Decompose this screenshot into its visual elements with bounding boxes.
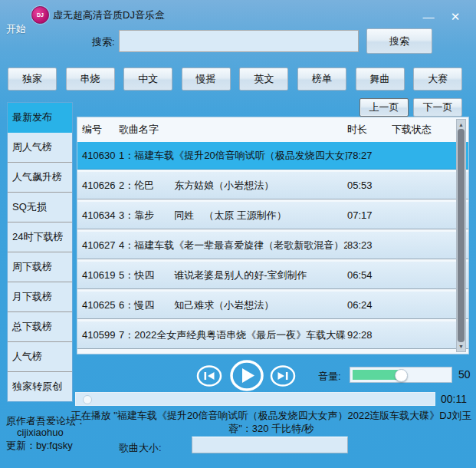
sidebar-item-4[interactable]: SQ无损 bbox=[8, 193, 72, 222]
sidebar-item-1[interactable]: 最新发布 bbox=[8, 103, 72, 133]
cell-name: 6：慢四 知己难求（小岩想法） bbox=[119, 298, 347, 312]
volume-fill bbox=[353, 370, 400, 380]
previous-track-button[interactable] bbox=[196, 365, 222, 387]
credit-forum-id: cijixiaohuo bbox=[17, 427, 64, 438]
table-row[interactable]: 4106256：慢四 知己难求（小岩想法）06:24 bbox=[77, 292, 468, 319]
table-row[interactable]: 4106262：伦巴 东方姑娘（小岩想法）05:53 bbox=[77, 172, 468, 199]
table-scrollbar[interactable]: ▲ ▼ bbox=[456, 119, 466, 352]
cell-name: 2：伦巴 东方姑娘（小岩想法） bbox=[119, 179, 347, 193]
cell-id: 410630 bbox=[77, 150, 119, 161]
cell-dur: 78:27 bbox=[347, 150, 387, 161]
table-row[interactable]: 4105997：2022全女声经典粤语串烧《最后一夜》车载大碟92:28 bbox=[77, 321, 468, 349]
category-button-4[interactable]: 慢摇 bbox=[182, 68, 231, 91]
next-track-button[interactable] bbox=[270, 365, 296, 387]
prev-page-button[interactable]: 上一页 bbox=[359, 98, 409, 117]
start-label: 开始 bbox=[6, 22, 26, 36]
minimize-button[interactable]: — bbox=[419, 9, 438, 25]
elapsed-time: 00:11 bbox=[441, 393, 467, 405]
cell-name: 3：靠步 同姓 （太原 王源制作） bbox=[119, 209, 347, 222]
cell-id: 410625 bbox=[77, 299, 119, 311]
song-table: 编号 歌曲名字 时长 下载状态 4106301：福建车载《提升20倍音响试听（极… bbox=[77, 117, 469, 354]
cell-id: 410599 bbox=[77, 329, 119, 341]
cell-dur: 83:23 bbox=[347, 239, 387, 251]
credit-update-label: 更新：by:fqsky bbox=[6, 439, 73, 453]
cell-dur: 07:17 bbox=[347, 209, 387, 221]
category-button-6[interactable]: 榜单 bbox=[297, 68, 346, 91]
table-row[interactable]: 4106195：快四 谁说老婆是别人的好-宝剑制作06:54 bbox=[77, 262, 468, 289]
cell-name: 1：福建车载《提升20倍音响试听（极品发烧四大女声 bbox=[119, 149, 347, 163]
sidebar-item-5[interactable]: 24时下载榜 bbox=[8, 222, 72, 252]
cell-name: 7：2022全女声经典粤语串烧《最后一夜》车载大碟 bbox=[119, 328, 347, 342]
sidebar-item-6[interactable]: 周下载榜 bbox=[8, 252, 72, 282]
search-input[interactable] bbox=[119, 30, 359, 52]
scroll-down-icon[interactable]: ▼ bbox=[457, 342, 465, 351]
cell-id: 410619 bbox=[77, 269, 119, 281]
cell-name: 4：福建车载《老一辈最喜爱旋律（老歌新歌混音）20 bbox=[119, 239, 347, 252]
cell-id: 410627 bbox=[77, 239, 119, 251]
sidebar-item-7[interactable]: 月下载榜 bbox=[8, 282, 72, 312]
sidebar-item-9[interactable]: 人气榜 bbox=[8, 342, 72, 372]
song-size-label: 歌曲大小: bbox=[119, 441, 162, 455]
next-page-button[interactable]: 下一页 bbox=[413, 98, 462, 117]
volume-thumb[interactable] bbox=[395, 369, 408, 382]
search-label: 搜索: bbox=[92, 35, 115, 49]
cell-dur: 06:54 bbox=[347, 269, 387, 281]
close-button[interactable]: ✕ bbox=[445, 9, 465, 25]
window-title: 虚无超高清音质DJ音乐盒 bbox=[53, 8, 165, 22]
scrollbar-thumb[interactable] bbox=[458, 129, 465, 342]
app-window: { "window": { "title": "虚无超高清音质DJ音乐盒", "… bbox=[0, 0, 476, 468]
play-button[interactable] bbox=[230, 360, 264, 391]
sidebar-item-2[interactable]: 周人气榜 bbox=[8, 133, 72, 163]
category-button-7[interactable]: 舞曲 bbox=[356, 68, 405, 91]
category-button-2[interactable]: 串烧 bbox=[66, 68, 115, 91]
category-button-1[interactable]: 独家 bbox=[8, 68, 57, 91]
song-size-input[interactable] bbox=[192, 437, 348, 453]
cell-dur: 05:53 bbox=[347, 180, 387, 191]
header-song-name: 歌曲名字 bbox=[119, 123, 347, 137]
cell-dur: 06:24 bbox=[347, 299, 387, 311]
cell-dur: 92:28 bbox=[347, 329, 387, 341]
category-button-5[interactable]: 英文 bbox=[239, 68, 288, 91]
chart-category-sidebar: 最新发布周人气榜人气飙升榜SQ无损24时下载榜周下载榜月下载榜总下载榜人气榜独家… bbox=[7, 102, 73, 402]
progress-bar[interactable] bbox=[75, 392, 435, 406]
cell-name: 5：快四 谁说老婆是别人的好-宝剑制作 bbox=[119, 269, 347, 282]
sidebar-item-3[interactable]: 人气飙升榜 bbox=[8, 163, 72, 193]
volume-value: 50 bbox=[458, 368, 471, 381]
cell-id: 410626 bbox=[77, 180, 119, 191]
sidebar-item-8[interactable]: 总下载榜 bbox=[8, 312, 72, 342]
header-duration: 时长 bbox=[347, 123, 387, 137]
header-id: 编号 bbox=[77, 123, 119, 137]
table-row[interactable]: 4106343：靠步 同姓 （太原 王源制作）07:17 bbox=[77, 202, 468, 229]
sidebar-item-10[interactable]: 独家转原创 bbox=[8, 372, 72, 401]
song-table-header: 编号 歌曲名字 时长 下载状态 bbox=[77, 117, 468, 142]
category-button-8[interactable]: 大赛 bbox=[413, 68, 462, 91]
category-button-3[interactable]: 中文 bbox=[123, 68, 172, 91]
search-button[interactable]: 搜索 bbox=[366, 28, 432, 54]
app-logo-icon: DJ bbox=[31, 6, 49, 24]
volume-slider[interactable] bbox=[350, 367, 452, 383]
scroll-up-icon[interactable]: ▲ bbox=[457, 120, 465, 129]
table-row[interactable]: 4106301：福建车载《提升20倍音响试听（极品发烧四大女声78:27 bbox=[77, 142, 468, 170]
table-row[interactable]: 4106274：福建车载《老一辈最喜爱旋律（老歌新歌混音）2083:23 bbox=[77, 232, 468, 259]
cell-id: 410634 bbox=[77, 209, 119, 221]
song-table-rows: 4106301：福建车载《提升20倍音响试听（极品发烧四大女声78:274106… bbox=[77, 142, 468, 349]
now-playing-status: 正在播放 "福建车载《提升20倍音响试听（极品发烧四大女声）2022连版车载大碟… bbox=[71, 409, 472, 435]
progress-thumb[interactable] bbox=[83, 395, 92, 404]
volume-label: 音量: bbox=[318, 370, 341, 384]
